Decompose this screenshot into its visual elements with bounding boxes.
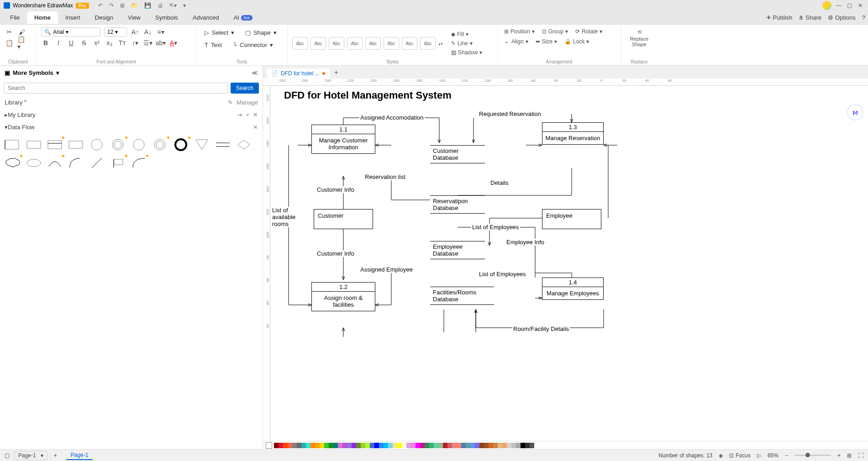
color-swatch[interactable] <box>429 443 434 448</box>
maximize-button[interactable]: ▢ <box>847 2 853 9</box>
color-swatch[interactable] <box>329 443 333 448</box>
tab-design[interactable]: Design <box>88 11 121 24</box>
tab-view[interactable]: View <box>121 11 148 24</box>
bullets-icon[interactable]: ☰▾ <box>143 38 153 47</box>
redo-icon[interactable]: ↷ <box>109 2 114 9</box>
process-1-4[interactable]: 1.4 Manage Employees <box>542 278 604 300</box>
text-tool[interactable]: T Text <box>201 40 226 50</box>
shape-process[interactable] <box>47 138 63 152</box>
color-swatch[interactable] <box>379 443 384 448</box>
color-swatch[interactable] <box>384 443 388 448</box>
shape-diamond[interactable] <box>236 138 252 152</box>
color-swatch[interactable] <box>420 443 425 448</box>
color-swatch[interactable] <box>356 443 361 448</box>
color-swatch[interactable] <box>310 443 315 448</box>
color-swatch[interactable] <box>402 443 406 448</box>
close-button[interactable]: ✕ <box>858 2 864 9</box>
color-swatch[interactable] <box>479 443 484 448</box>
new-icon[interactable]: ⊞ <box>120 2 125 9</box>
my-library-label[interactable]: My Library <box>8 111 36 118</box>
entity-employee[interactable]: Employee <box>542 209 601 229</box>
color-swatch[interactable] <box>507 443 511 448</box>
color-swatch[interactable] <box>397 443 402 448</box>
color-swatch[interactable] <box>530 443 534 448</box>
shape-double-circle[interactable] <box>110 138 126 152</box>
copy-icon[interactable]: 📋 <box>5 38 14 47</box>
tab-ai[interactable]: AI hot <box>226 11 260 24</box>
open-icon[interactable]: 📁 <box>131 2 138 9</box>
dataflow-category-label[interactable]: Data Flow <box>8 124 35 131</box>
flow-list-emp-2[interactable]: List of Employees <box>478 271 527 278</box>
tab-home[interactable]: Home <box>27 11 58 24</box>
search-button[interactable]: Search <box>231 83 259 94</box>
shape-solid-circle[interactable] <box>173 138 189 152</box>
increase-font-icon[interactable]: A↑ <box>131 27 140 37</box>
flow-req-res[interactable]: Requested Reservation <box>478 110 542 117</box>
library-label[interactable]: Library <box>5 99 23 106</box>
help-button[interactable]: ? <box>862 14 865 21</box>
page-icon[interactable]: ▢ <box>5 452 10 459</box>
zoom-in-button[interactable]: + <box>837 452 841 459</box>
process-1-2[interactable]: 1.2 Assign room & facilities <box>311 282 375 311</box>
shape-datastore-open[interactable] <box>5 138 21 152</box>
zoom-slider[interactable] <box>794 455 831 456</box>
shape-lines[interactable] <box>215 138 231 152</box>
color-swatch[interactable] <box>283 443 288 448</box>
shape-triangle[interactable] <box>194 138 210 152</box>
flow-list-emp-1[interactable]: List of Employees <box>471 224 520 230</box>
shape-arc-r[interactable] <box>68 156 84 170</box>
manage-library-icon[interactable]: ✎ <box>228 99 233 106</box>
color-swatch[interactable] <box>525 443 530 448</box>
flow-room-details[interactable]: Room/Facility Details <box>512 325 570 332</box>
color-swatch[interactable] <box>447 443 452 448</box>
color-swatch[interactable] <box>516 443 521 448</box>
group-button[interactable]: ⊡ Group▾ <box>540 27 570 36</box>
flow-cust-info-1[interactable]: Customer Info <box>316 186 355 193</box>
color-swatch[interactable] <box>438 443 443 448</box>
no-color-swatch[interactable] <box>266 442 272 449</box>
shape-circle[interactable] <box>89 138 105 152</box>
color-swatch[interactable] <box>452 443 457 448</box>
style-preset-6[interactable]: Abc <box>384 37 399 50</box>
shape-flag[interactable] <box>110 156 126 170</box>
shape-line[interactable] <box>89 156 105 170</box>
color-swatch[interactable] <box>288 443 292 448</box>
flow-assigned-accom[interactable]: Assigned Accomodation <box>359 114 425 121</box>
symbol-search-input[interactable] <box>4 83 228 94</box>
color-swatch[interactable] <box>338 443 342 448</box>
shape-rect-alt[interactable] <box>68 138 84 152</box>
shadow-button[interactable]: ▨ Shadow ▾ <box>449 48 484 57</box>
add-tab-button[interactable]: + <box>330 67 343 79</box>
color-swatch[interactable] <box>347 443 352 448</box>
flow-emp-info[interactable]: Employee Info <box>505 239 545 246</box>
highlight-icon[interactable]: ab▾ <box>156 38 165 47</box>
color-swatch[interactable] <box>306 443 310 448</box>
page-selector[interactable]: Page-1 ▾ <box>14 451 47 460</box>
shape-curve[interactable] <box>131 156 147 170</box>
color-swatch[interactable] <box>475 443 479 448</box>
collapse-panel-icon[interactable]: ≪ <box>252 69 258 76</box>
color-swatch[interactable] <box>521 443 525 448</box>
minimize-button[interactable]: — <box>836 2 842 9</box>
export-icon[interactable]: ⇱▾ <box>169 2 177 9</box>
user-avatar[interactable] <box>822 1 831 10</box>
shape-cloud[interactable] <box>5 156 21 170</box>
color-swatch[interactable] <box>333 443 338 448</box>
shape-rect[interactable] <box>26 138 42 152</box>
color-swatch[interactable] <box>466 443 470 448</box>
paste-icon[interactable]: 📋▾ <box>17 38 26 47</box>
document-tab[interactable]: 📄 DFD for hotel ... <box>267 68 330 79</box>
color-swatch[interactable] <box>279 443 283 448</box>
strike-icon[interactable]: S <box>79 38 89 47</box>
import-icon[interactable]: ⇥ <box>237 111 242 118</box>
more-icon[interactable]: ▾ <box>183 2 186 9</box>
bold-icon[interactable]: B <box>41 38 50 47</box>
close-category-icon[interactable]: ✕ <box>253 124 258 131</box>
case-icon[interactable]: Tᴛ <box>118 38 127 47</box>
color-swatch[interactable] <box>498 443 502 448</box>
ai-assistant-button[interactable]: ᴍ <box>847 104 863 120</box>
color-swatch[interactable] <box>406 443 411 448</box>
close-lib-icon[interactable]: ✕ <box>253 111 258 118</box>
style-scroll-icon[interactable]: ▴▾ <box>438 41 443 46</box>
color-swatch[interactable] <box>320 443 324 448</box>
